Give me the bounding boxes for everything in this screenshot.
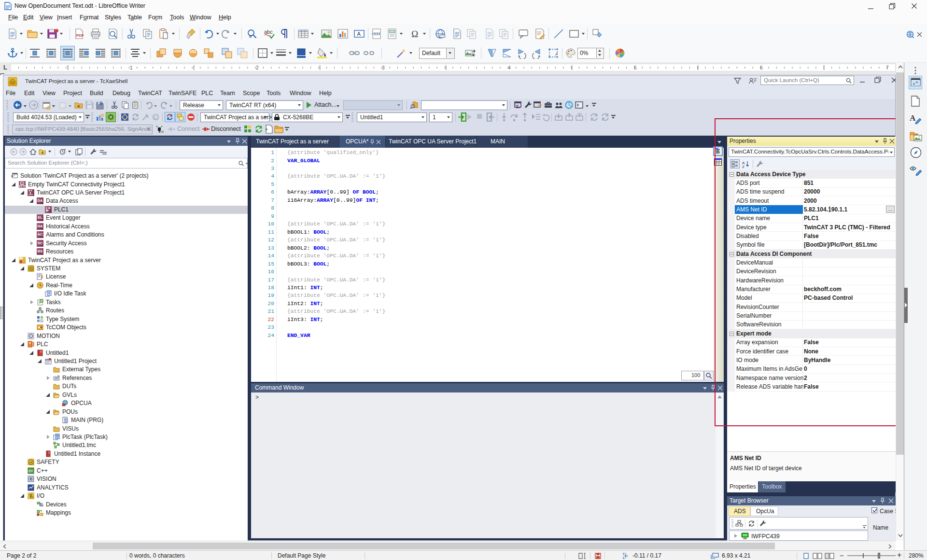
svg-text:7: 7 [886, 65, 889, 70]
svg-text:UA: UA [160, 130, 164, 133]
svg-text:3: 3 [382, 65, 385, 70]
svg-text:1: 1 [130, 65, 133, 70]
svg-text:5: 5 [634, 65, 637, 70]
svg-text:C+: C+ [28, 469, 33, 473]
svg-text:2: 2 [256, 65, 259, 70]
svg-text:C: C [154, 115, 157, 120]
svg-text:4: 4 [508, 65, 511, 70]
svg-text:Z: Z [742, 165, 744, 168]
svg-text:6: 6 [760, 65, 763, 70]
svg-text:A: A [910, 113, 916, 123]
